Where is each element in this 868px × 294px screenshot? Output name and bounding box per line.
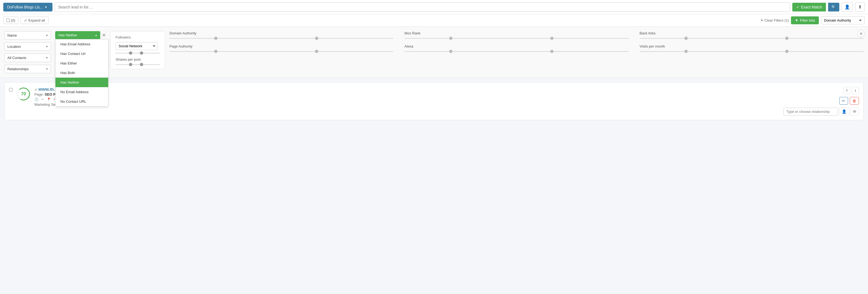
menu-item-has-neither[interactable]: Has Neither [56,78,108,87]
lead-domain[interactable]: www.m... [38,87,57,91]
visits-per-month-range-line [640,51,864,52]
search-icon-button[interactable]: 🔍 [828,3,839,11]
moz-rank-slider[interactable] [404,38,628,39]
expand-all-button[interactable]: ⤢ Expand all [21,17,49,24]
lead-edit-delete-buttons: ✏ 🗑 [839,97,859,105]
back-links-thumb-left[interactable] [684,37,688,40]
alexa-metric-label: Alexa [404,44,628,48]
has-neither-close-button[interactable]: ✕ [102,32,106,38]
location-filter-dropdown[interactable]: Location ▾ [4,42,51,51]
filter-lists-label: Filter lists [800,18,815,22]
expand-all-label: Expand all [28,18,45,22]
edit-lead-button[interactable]: ✏ [839,97,848,105]
menu-item-has-contact-url[interactable]: Has Contact Url [56,49,108,58]
visits-per-month-metric-label: Visits per month [640,44,864,48]
menu-item-has-either[interactable]: Has Either [56,58,108,68]
relationships-filter-dropdown[interactable]: Relationships ▾ [4,65,51,73]
filter-lists-button[interactable]: ▼ Filter lists [791,17,819,24]
domain-authority-thumb-right[interactable] [315,37,318,40]
page-authority-slider[interactable] [169,51,394,52]
menu-item-no-contact-url[interactable]: No Contact URL [56,97,108,106]
back-links-slider[interactable] [640,38,864,39]
domain-authority-select[interactable]: Domain Authority Page Authority Moz Rank [821,17,865,24]
menu-item-has-both[interactable]: Has Both [56,68,108,78]
selected-count: (0) [11,18,15,22]
has-neither-label: Has Neither [59,33,77,37]
back-links-thumb-right[interactable] [785,37,788,40]
relationship-input[interactable] [783,108,838,116]
facebook-button[interactable]: f [843,87,850,94]
visits-per-month-thumb-right[interactable] [785,50,788,53]
shares-per-post-section: Shares per post [116,57,160,65]
menu-item-has-email[interactable]: Has Email Address [56,39,108,49]
clear-filters-button[interactable]: ✕ Clear Filters (1) [761,18,789,22]
menu-item-no-email[interactable]: No Email Address [56,87,108,97]
filter-panel: Name ▾ Location ▾ All Contacts ▾ Relatio… [0,27,868,78]
domain-authority-range-line [169,38,394,39]
domain-authority-metric-label: Domain Authority [169,31,394,35]
expand-icon: ⤢ [24,18,27,22]
list-selector-button[interactable]: DoFollow Blogs Lis... ▾ [3,3,53,11]
page-authority-thumb-left[interactable] [214,50,217,53]
lead-card: 70 at www.m... Page: SEO Phi... 🕐 ✏ 📍 Ph… [4,82,864,120]
relationship-input-row: 👤 ✉ [783,107,859,116]
followers-slider-thumb-left[interactable] [129,51,132,55]
email-icon: ✉ [853,109,856,114]
filter-panel-close-button[interactable]: ✕ [858,30,865,37]
moz-rank-metric: Moz Rank [404,31,628,39]
top-bar: DoFollow Blogs Lis... ▾ ✓ Exact Match 🔍 … [0,0,868,14]
lead-select-checkbox[interactable] [9,88,12,91]
name-filter-dropdown[interactable]: Name ▾ [4,31,51,40]
shares-slider[interactable] [116,64,160,65]
has-neither-trigger-button[interactable]: Has Neither ▴ [55,31,100,39]
contacts-filter-chevron-icon: ▾ [46,56,48,60]
alexa-thumb-right[interactable] [550,50,554,53]
upload-button[interactable]: ⬆ [855,2,865,12]
filter-close-icon: ✕ [860,31,863,36]
shares-slider-thumb-right[interactable] [140,63,143,66]
followers-label: Followers [116,35,160,39]
domain-authority-thumb-left[interactable] [214,37,217,40]
checkbox-input[interactable] [6,19,10,22]
send-email-button[interactable]: ✉ [850,107,859,116]
edit-small-icon: ✏ [41,97,44,101]
name-filter-label: Name [7,33,17,37]
followers-slider[interactable] [116,53,160,54]
moz-rank-thumb-left[interactable] [449,37,453,40]
search-icon: 🔍 [831,5,836,9]
add-person-button[interactable]: 👤 [839,107,849,116]
delete-lead-button[interactable]: 🗑 [850,97,859,105]
alexa-slider[interactable] [404,51,628,52]
filter-funnel-icon: ▼ [795,18,798,22]
select-all-checkbox[interactable]: (0) [3,17,18,24]
contacts-filter-label: All Contacts [7,56,26,60]
page-authority-thumb-right[interactable] [315,50,318,53]
visits-per-month-thumb-left[interactable] [684,50,688,53]
twitter-icon: t [855,89,856,93]
followers-slider-thumb-right[interactable] [140,51,143,55]
exact-match-button[interactable]: ✓ Exact Match [792,3,826,11]
exact-match-label: Exact Match [801,5,822,9]
visits-per-month-slider[interactable] [640,51,864,52]
lead-page: Page: SEO Phi... [34,92,779,96]
lead-tags: Marketing Services [34,102,779,107]
clock-icon: 🕐 [34,97,38,101]
moz-rank-thumb-right[interactable] [550,37,554,40]
list-selector-chevron-icon: ▾ [45,5,47,9]
filter-left-column: Name ▾ Location ▾ All Contacts ▾ Relatio… [4,31,51,73]
relationships-filter-label: Relationships [7,67,29,71]
page-label: Page: [34,92,44,96]
domain-authority-slider[interactable] [169,38,394,39]
delete-icon: 🗑 [852,99,856,103]
social-network-select[interactable]: Social Network Facebook Twitter [116,42,158,50]
avatar-button[interactable]: 👤 [841,2,853,12]
moz-rank-range-line [404,38,628,39]
lead-meta: 🕐 ✏ 📍 Phill... [34,97,779,101]
page-authority-metric: Page Authority [169,44,394,52]
alexa-thumb-left[interactable] [449,50,453,53]
contacts-filter-dropdown[interactable]: All Contacts ▾ [4,54,51,62]
search-input[interactable] [55,2,790,12]
shares-slider-thumb-left[interactable] [129,63,132,66]
twitter-button[interactable]: t [852,87,859,94]
alexa-range-line [404,51,628,52]
